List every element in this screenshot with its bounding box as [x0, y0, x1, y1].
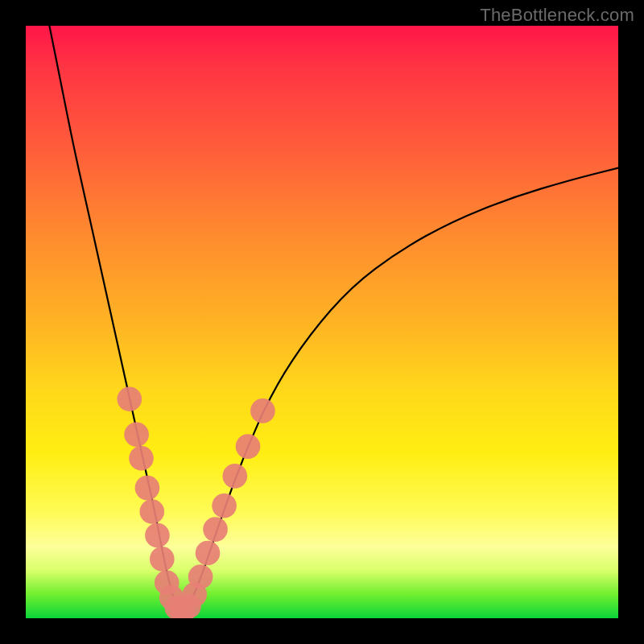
curve-svg: [26, 26, 618, 618]
data-marker: [188, 564, 213, 589]
data-marker: [236, 434, 261, 459]
data-marker: [150, 547, 175, 572]
data-marker: [129, 446, 154, 471]
plot-area: [26, 26, 618, 618]
data-marker: [145, 523, 170, 548]
watermark-label: TheBottleneck.com: [480, 5, 634, 26]
data-marker: [118, 386, 142, 411]
data-marker: [135, 476, 160, 501]
chart-frame: TheBottleneck.com: [0, 0, 644, 644]
data-marker: [203, 517, 228, 542]
data-marker: [140, 499, 165, 524]
data-marker: [223, 464, 248, 489]
data-marker: [212, 493, 237, 518]
data-marker: [196, 541, 221, 566]
marker-group: [118, 386, 275, 618]
data-marker: [250, 398, 275, 423]
data-marker: [124, 423, 149, 448]
bottleneck-curve: [49, 26, 618, 613]
